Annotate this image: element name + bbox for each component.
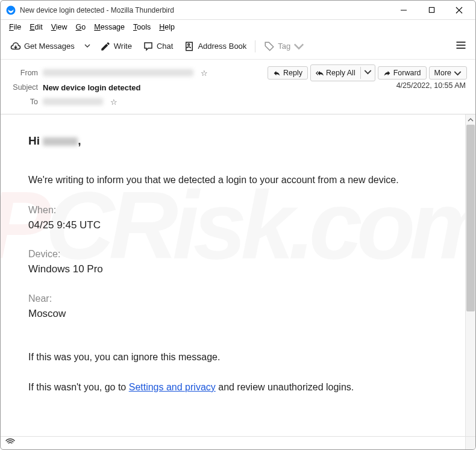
pencil-icon [100,41,111,52]
chat-bubble-icon [143,41,154,52]
menu-file[interactable]: File [5,21,25,33]
reply-all-label: Reply All [326,69,355,77]
menu-bar: File Edit View Go Message Tools Help [1,20,475,34]
tag-button[interactable]: Tag [260,39,308,54]
more-button[interactable]: More [429,66,467,80]
from-value-redacted [43,69,193,77]
star-contact-icon[interactable]: ☆ [110,98,117,107]
write-button[interactable]: Write [96,39,136,54]
when-label: When: [28,203,437,217]
message-header: Reply Reply All Forward More From ☆ Subj… [1,60,475,114]
message-body: Hi , We're writing to inform you that we… [1,114,465,450]
menu-tools[interactable]: Tools [130,21,154,33]
forward-label: Forward [393,69,421,77]
from-label: From [9,69,38,77]
app-menu-button[interactable] [451,37,471,55]
greeting-line: Hi , [28,133,437,150]
get-messages-button[interactable]: Get Messages [7,39,78,54]
chat-button[interactable]: Chat [139,39,177,54]
greeting-prefix: Hi [28,134,43,147]
reply-button[interactable]: Reply [268,66,308,80]
tag-label: Tag [278,42,290,51]
chevron-down-icon [364,68,372,76]
menu-go[interactable]: Go [72,21,90,33]
menu-edit[interactable]: Edit [26,21,46,33]
maximize-button[interactable] [418,1,445,19]
device-label: Device: [28,247,437,261]
minimize-button[interactable] [390,1,418,19]
chat-label: Chat [157,42,173,51]
window-titlebar: New device login detected - Mozilla Thun… [1,1,475,20]
greeting-name-redacted [43,137,78,146]
message-timestamp: 4/25/2022, 10:55 AM [396,81,466,90]
near-value: Moscow [28,306,437,322]
ignore-paragraph: If this was you, you can ignore this mes… [28,350,437,364]
address-book-label: Address Book [198,42,246,51]
reply-label: Reply [283,69,302,77]
more-label: More [434,69,451,77]
download-cloud-icon [10,41,21,52]
forward-arrow-icon [383,69,391,77]
close-button[interactable] [445,1,473,19]
to-label: To [9,98,38,106]
when-value: 04/25 9:45 UTC [28,217,437,233]
main-toolbar: Get Messages Write Chat Address Book Tag [1,34,475,60]
not-you-prefix: If this wasn't you, go to [28,382,129,392]
subject-value: New device login detected [43,83,141,92]
star-contact-icon[interactable]: ☆ [201,69,208,78]
svg-rect-2 [429,7,434,12]
toolbar-separator [255,40,255,52]
window-title: New device login detected - Mozilla Thun… [20,6,390,14]
message-actions: Reply Reply All Forward More [268,64,467,81]
thunderbird-icon [5,5,16,16]
device-value: Windows 10 Pro [28,261,437,277]
vertical-scrollbar[interactable] [465,114,475,450]
chevron-down-icon [84,43,90,49]
not-you-paragraph: If this wasn't you, go to Settings and p… [28,380,437,395]
subject-label: Subject [9,83,38,92]
forward-button[interactable]: Forward [378,66,427,80]
chevron-up-icon [468,117,474,123]
reply-arrow-icon [273,69,281,77]
write-label: Write [114,42,132,51]
address-book-icon [184,41,195,52]
reply-all-button[interactable]: Reply All [310,64,375,81]
menu-help[interactable]: Help [155,21,178,33]
settings-privacy-link[interactable]: Settings and privacy [129,382,216,392]
not-you-suffix: and review unauthorized logins. [216,382,354,392]
tag-icon [264,41,275,52]
scroll-thumb[interactable] [466,125,475,311]
address-book-button[interactable]: Address Book [180,39,250,54]
near-label: Near: [28,292,437,306]
scroll-up-button[interactable] [466,114,475,125]
menu-message[interactable]: Message [90,21,128,33]
chevron-down-icon [293,41,304,52]
svg-point-0 [7,5,16,14]
get-messages-label: Get Messages [24,42,75,51]
chevron-down-icon [454,69,462,77]
to-value-redacted [43,98,103,105]
reply-all-arrow-icon [316,69,324,77]
intro-paragraph: We're writing to inform you that we dete… [28,173,437,187]
get-messages-dropdown[interactable] [82,39,93,53]
menu-view[interactable]: View [48,21,71,33]
greeting-suffix: , [78,134,81,147]
hamburger-icon [455,39,467,51]
reply-all-dropdown[interactable] [360,67,375,79]
